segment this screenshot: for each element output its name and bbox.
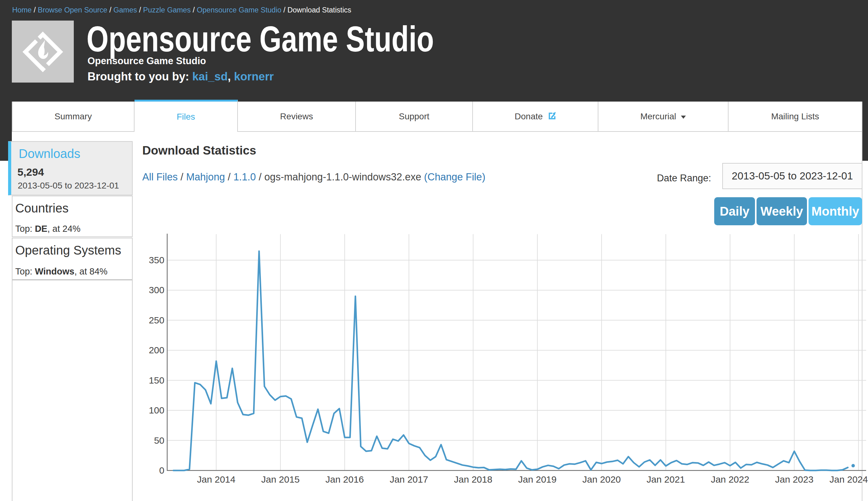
- svg-text:0: 0: [159, 465, 164, 476]
- svg-text:250: 250: [149, 315, 164, 325]
- svg-text:Jan 2014: Jan 2014: [197, 474, 235, 484]
- svg-text:Jan 2016: Jan 2016: [325, 474, 364, 484]
- svg-text:Jan 2018: Jan 2018: [454, 474, 492, 484]
- svg-text:Jan 2022: Jan 2022: [711, 474, 749, 484]
- svg-text:50: 50: [154, 435, 164, 446]
- svg-text:Jan 2020: Jan 2020: [583, 474, 621, 484]
- svg-text:300: 300: [149, 285, 164, 295]
- svg-text:150: 150: [149, 375, 164, 385]
- svg-text:Jan 2019: Jan 2019: [518, 474, 556, 484]
- svg-text:Jan 2021: Jan 2021: [647, 474, 685, 484]
- svg-text:350: 350: [149, 255, 164, 265]
- svg-text:Jan 2024: Jan 2024: [829, 474, 868, 484]
- svg-text:200: 200: [149, 345, 164, 355]
- svg-text:Jan 2023: Jan 2023: [775, 474, 813, 484]
- svg-text:Jan 2017: Jan 2017: [390, 474, 428, 484]
- svg-text:100: 100: [149, 405, 164, 415]
- svg-text:Jan 2015: Jan 2015: [261, 474, 299, 484]
